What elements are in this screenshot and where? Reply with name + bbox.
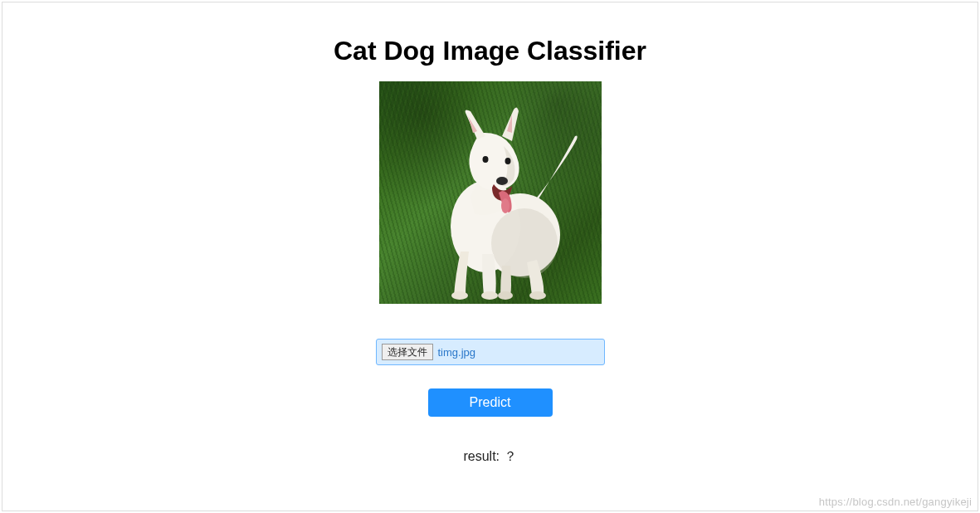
choose-file-button[interactable]: 选择文件 [382,344,433,360]
app-container: Cat Dog Image Classifier [2,2,978,511]
svg-point-5 [498,291,513,300]
svg-point-2 [491,208,558,278]
watermark: https://blog.csdn.net/gangyikeji [819,496,972,508]
svg-point-4 [481,291,498,300]
page-title: Cat Dog Image Classifier [334,36,646,66]
svg-point-7 [482,156,488,163]
dog-illustration [379,81,602,304]
image-preview [379,81,602,304]
predict-button[interactable]: Predict [428,388,553,417]
selected-file-name: timg.jpg [438,346,476,359]
result-value: ？ [504,449,517,463]
svg-point-6 [529,291,546,300]
svg-point-8 [505,158,510,164]
svg-point-9 [496,177,508,185]
svg-point-3 [451,291,468,300]
result-text: result: ？ [463,448,516,466]
result-label: result: [463,449,503,463]
svg-point-10 [501,198,510,213]
file-input[interactable]: 选择文件 timg.jpg [376,339,605,365]
